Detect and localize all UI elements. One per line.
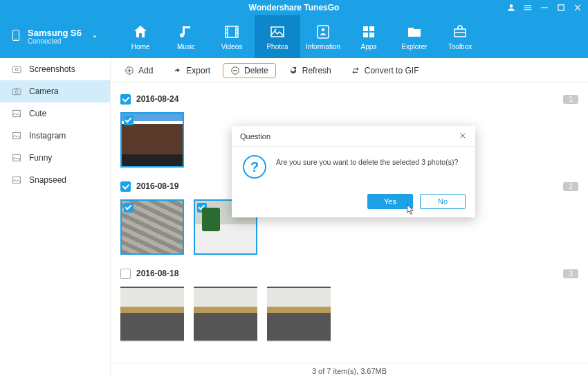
yes-button[interactable]: Yes bbox=[367, 194, 413, 209]
no-button[interactable]: No bbox=[420, 194, 466, 209]
dialog-buttons: Yes No bbox=[232, 194, 475, 217]
confirm-dialog: Question ? Are you sure you want to dele… bbox=[232, 126, 475, 217]
dialog-body: ? Are you sure you want to delete the se… bbox=[232, 147, 475, 194]
dialog-title: Question bbox=[240, 132, 270, 141]
dialog-header: Question bbox=[232, 126, 475, 147]
dialog-message: Are you sure you want to delete the sele… bbox=[276, 155, 458, 166]
dialog-close-button[interactable] bbox=[459, 132, 467, 141]
question-icon: ? bbox=[243, 155, 266, 179]
